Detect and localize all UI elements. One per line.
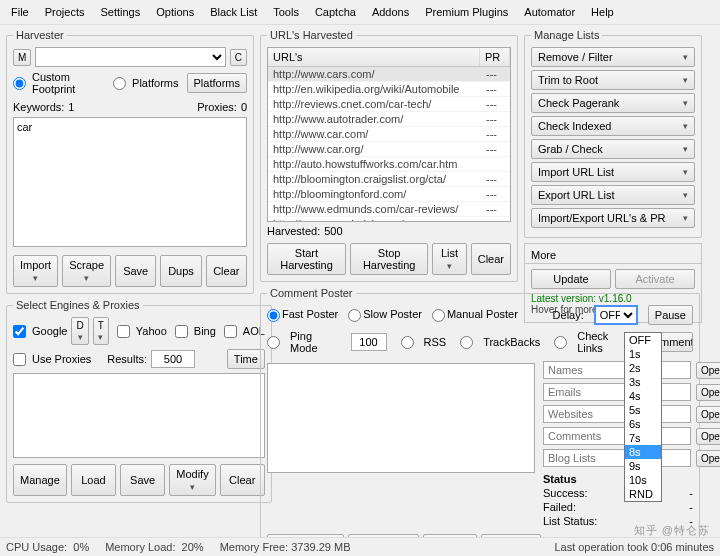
table-row[interactable]: http://www.car.com/--- [268,127,510,142]
blog lists-input[interactable] [543,449,691,467]
clear-urls-button[interactable]: Clear [471,243,511,275]
manage-list-export-url-list[interactable]: Export URL List▾ [531,185,695,205]
save-keywords-button[interactable]: Save [115,255,156,287]
clear-keywords-button[interactable]: Clear [206,255,247,287]
menu-premium-plugins[interactable]: Premium Plugins [418,3,515,21]
open-websites-button[interactable]: Open [696,406,720,423]
activate-button[interactable]: Activate [615,269,695,289]
delay-option-1s[interactable]: 1s [625,347,661,361]
delay-option-6s[interactable]: 6s [625,417,661,431]
url-col-header[interactable]: URL's [268,48,480,66]
delay-option-5s[interactable]: 5s [625,403,661,417]
manage-list-remove-filter[interactable]: Remove / Filter▾ [531,47,695,67]
manage-list-check-pagerank[interactable]: Check Pagerank▾ [531,93,695,113]
menu-tools[interactable]: Tools [266,3,306,21]
table-row[interactable]: http://bloomingtonford.com/--- [268,187,510,202]
table-row[interactable]: http://www.autotrader.com/--- [268,112,510,127]
stop-harvesting-button[interactable]: Stop Harvesting [350,243,428,275]
yahoo-check[interactable] [117,325,130,338]
url-table[interactable]: URL's PR http://www.cars.com/---http://e… [267,47,511,222]
bing-check[interactable] [175,325,188,338]
import-button[interactable]: Import [13,255,58,287]
proxies-area[interactable] [13,373,265,458]
results-input[interactable] [151,350,195,368]
slow-poster-radio[interactable] [348,309,361,322]
table-row[interactable]: http://reviews.cnet.com/car-tech/--- [268,97,510,112]
delay-option-off[interactable]: OFF [625,333,661,347]
start-harvesting-button[interactable]: Start Harvesting [267,243,346,275]
menu-help[interactable]: Help [584,3,621,21]
table-row[interactable]: http://en.wikipedia.org/wiki/Automobile-… [268,82,510,97]
list-button[interactable]: List [432,243,466,275]
delay-select[interactable]: OFF [594,305,638,325]
platforms-button[interactable]: Platforms [187,73,247,93]
ping-value-input[interactable] [351,333,387,351]
modify-button[interactable]: Modify [169,464,215,496]
use-proxies-check[interactable] [13,353,26,366]
delay-option-10s[interactable]: 10s [625,473,661,487]
trackbacks-radio[interactable] [460,336,473,349]
open-names-button[interactable]: Open [696,362,720,379]
table-row[interactable]: http://www.currybuick.com/--- [268,217,510,221]
url-table-body[interactable]: http://www.cars.com/---http://en.wikiped… [268,67,510,221]
table-row[interactable]: http://www.car.org/--- [268,142,510,157]
table-row[interactable]: http://auto.howstuffworks.com/car.htm [268,157,510,172]
manage-list-trim-to-root[interactable]: Trim to Root▾ [531,70,695,90]
delay-option-8s[interactable]: 8s [625,445,661,459]
custom-footprint-radio[interactable] [13,77,26,90]
menu-addons[interactable]: Addons [365,3,416,21]
table-row[interactable]: http://bloomington.craigslist.org/cta/--… [268,172,510,187]
rss-radio[interactable] [401,336,414,349]
scrape-button[interactable]: Scrape [62,255,111,287]
manual-poster-radio[interactable] [432,309,445,322]
menu-file[interactable]: File [4,3,36,21]
manage-list-import-export-url-s-pr[interactable]: Import/Export URL's & PR▾ [531,208,695,228]
load-button[interactable]: Load [71,464,116,496]
update-button[interactable]: Update [531,269,611,289]
footprint-select[interactable] [35,47,225,67]
names-input[interactable] [543,361,691,379]
open-emails-button[interactable]: Open [696,384,720,401]
menu-projects[interactable]: Projects [38,3,92,21]
ping-mode-radio[interactable] [267,336,280,349]
fast-poster-radio[interactable] [267,309,280,322]
pause-button[interactable]: Pause [648,305,693,325]
menu-options[interactable]: Options [149,3,201,21]
menu-automator[interactable]: Automator [517,3,582,21]
delay-dropdown-popup[interactable]: OFF1s2s3s4s5s6s7s8s9s10sRND [624,332,662,502]
poster-textarea[interactable] [267,363,535,473]
open-blog lists-button[interactable]: Open [696,450,720,467]
emails-input[interactable] [543,383,691,401]
menu-black-list[interactable]: Black List [203,3,264,21]
clear-proxies-button[interactable]: Clear [220,464,265,496]
m-button[interactable]: M [13,49,31,66]
dups-button[interactable]: Dups [160,255,201,287]
delay-option-7s[interactable]: 7s [625,431,661,445]
comments-input[interactable] [543,427,691,445]
google-d-button[interactable]: D [71,317,88,345]
delay-option-3s[interactable]: 3s [625,375,661,389]
check-links-radio[interactable] [554,336,567,349]
open-comments-button[interactable]: Open [696,428,720,445]
save-proxies-button[interactable]: Save [120,464,165,496]
keywords-textarea[interactable]: car [13,117,247,247]
google-check[interactable] [13,325,26,338]
table-row[interactable]: http://www.cars.com/--- [268,67,510,82]
delay-option-rnd[interactable]: RND [625,487,661,501]
manage-button[interactable]: Manage [13,464,67,496]
menu-settings[interactable]: Settings [93,3,147,21]
manage-list-grab-check[interactable]: Grab / Check▾ [531,139,695,159]
manage-list-check-indexed[interactable]: Check Indexed▾ [531,116,695,136]
google-t-button[interactable]: T [93,317,109,345]
menu-captcha[interactable]: Captcha [308,3,363,21]
platforms-radio[interactable] [113,77,126,90]
manage-list-import-url-list[interactable]: Import URL List▾ [531,162,695,182]
pr-col-header[interactable]: PR [480,48,510,66]
c-button[interactable]: C [230,49,247,66]
table-row[interactable]: http://www.edmunds.com/car-reviews/--- [268,202,510,217]
delay-option-9s[interactable]: 9s [625,459,661,473]
aol-check[interactable] [224,325,237,338]
delay-option-2s[interactable]: 2s [625,361,661,375]
delay-option-4s[interactable]: 4s [625,389,661,403]
websites-input[interactable] [543,405,691,423]
